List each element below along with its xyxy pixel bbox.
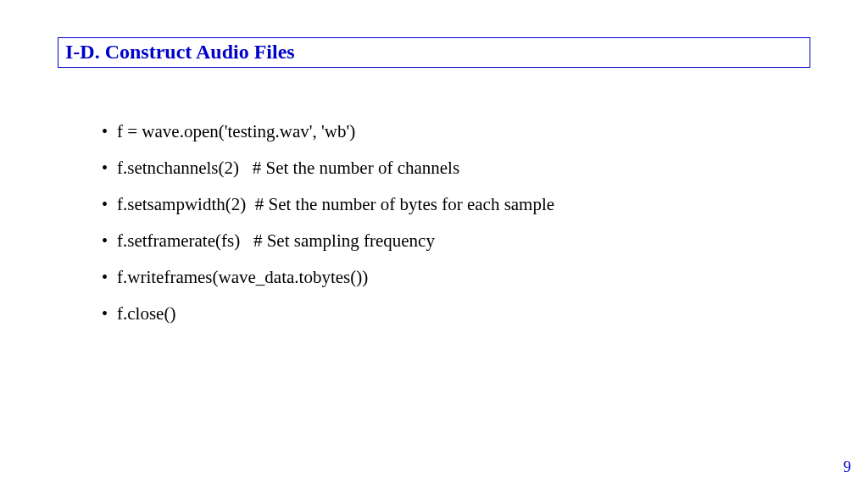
- bullet-icon: •: [102, 224, 117, 258]
- page-number: 9: [843, 458, 851, 476]
- list-item: • f.setframerate(fs) # Set sampling freq…: [102, 223, 817, 259]
- list-item: • f = wave.open('testing.wav', 'wb'): [102, 114, 817, 150]
- section-title-box: I-D. Construct Audio Files: [58, 37, 810, 68]
- list-item-text: f.writeframes(wave_data.tobytes()): [117, 259, 368, 296]
- list-item-text: f.setframerate(fs) # Set sampling freque…: [117, 223, 435, 259]
- bullet-icon: •: [102, 260, 117, 295]
- list-item-text: f.setnchannels(2) # Set the number of ch…: [117, 150, 459, 186]
- list-item-text: f.setsampwidth(2) # Set the number of by…: [117, 186, 554, 223]
- bullet-icon: •: [102, 114, 117, 149]
- bullet-icon: •: [102, 297, 117, 331]
- bullet-icon: •: [102, 151, 117, 186]
- list-item-text: f = wave.open('testing.wav', 'wb'): [117, 114, 355, 150]
- bullet-icon: •: [102, 187, 117, 222]
- list-item: • f.writeframes(wave_data.tobytes()): [102, 259, 817, 296]
- list-item: • f.close(): [102, 296, 817, 332]
- list-item: • f.setsampwidth(2) # Set the number of …: [102, 186, 817, 223]
- list-item: • f.setnchannels(2) # Set the number of …: [102, 150, 817, 186]
- section-title: I-D. Construct Audio Files: [65, 41, 803, 64]
- bullet-list: • f = wave.open('testing.wav', 'wb') • f…: [102, 114, 817, 332]
- list-item-text: f.close(): [117, 296, 175, 332]
